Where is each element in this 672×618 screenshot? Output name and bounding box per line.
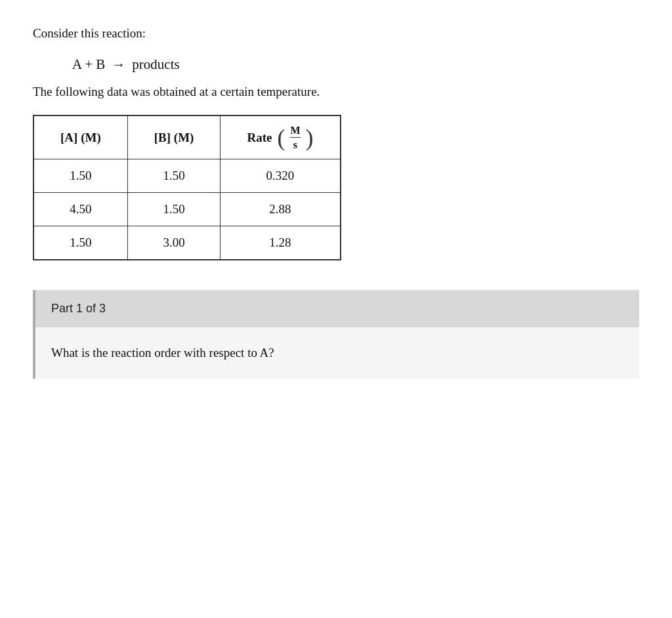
- part-label: Part 1 of 3: [51, 302, 106, 315]
- row3-col-a: 1.50: [33, 226, 127, 260]
- header-b-label: [B] (M): [154, 131, 194, 145]
- reaction-arrow: →: [112, 56, 125, 73]
- table-row: 4.50 1.50 2.88: [33, 193, 341, 226]
- paren-open: (: [277, 126, 285, 150]
- reactants: A + B: [72, 56, 105, 73]
- intro-text: Consider this reaction:: [33, 26, 639, 41]
- row2-col-a: 4.50: [33, 193, 127, 226]
- reaction-equation: A + B → products: [72, 56, 639, 73]
- data-intro-text: The following data was obtained at a cer…: [33, 85, 639, 99]
- rate-label: Rate: [247, 131, 272, 145]
- row1-col-b: 1.50: [127, 159, 220, 193]
- rate-fraction: M s: [290, 124, 300, 151]
- kinetics-table: [A] (M) [B] (M) Rate ( M s: [33, 115, 341, 260]
- question-section: What is the reaction order with respect …: [33, 327, 639, 379]
- table-row: 1.50 1.50 0.320: [33, 159, 341, 193]
- frac-denominator: s: [293, 138, 297, 151]
- row1-col-a: 1.50: [33, 159, 127, 193]
- question-text: What is the reaction order with respect …: [51, 346, 623, 360]
- row2-rate: 2.88: [220, 193, 341, 226]
- header-col-b: [B] (M): [127, 115, 220, 159]
- row1-rate: 0.320: [220, 159, 341, 193]
- products: products: [132, 56, 179, 73]
- header-a-label: [A] (M): [60, 131, 101, 145]
- frac-bar: [290, 137, 300, 138]
- data-table-container: [A] (M) [B] (M) Rate ( M s: [33, 115, 341, 260]
- row2-col-b: 1.50: [127, 193, 220, 226]
- row3-col-b: 3.00: [127, 226, 220, 260]
- frac-numerator: M: [290, 124, 300, 136]
- table-row: 1.50 3.00 1.28: [33, 226, 341, 260]
- paren-close: ): [306, 126, 314, 150]
- table-header-row: [A] (M) [B] (M) Rate ( M s: [33, 115, 341, 159]
- header-rate: Rate ( M s ): [220, 115, 341, 159]
- part-section: Part 1 of 3: [33, 290, 639, 327]
- row3-rate: 1.28: [220, 226, 341, 260]
- header-col-a: [A] (M): [33, 115, 127, 159]
